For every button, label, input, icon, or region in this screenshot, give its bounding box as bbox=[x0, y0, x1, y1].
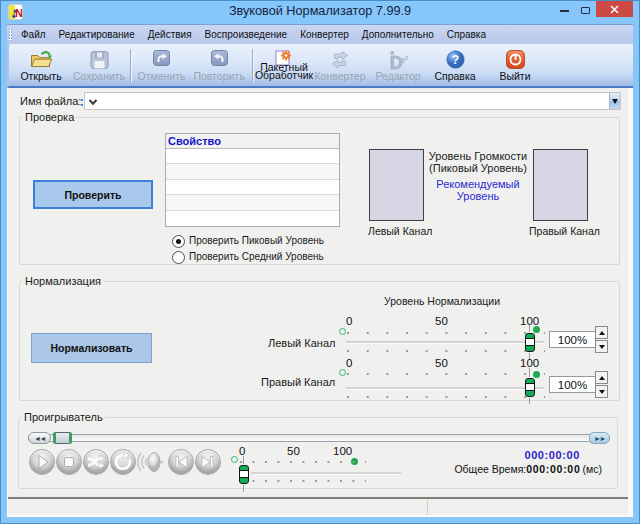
svg-text:2: 2 bbox=[405, 55, 409, 61]
svg-text:?: ? bbox=[451, 53, 458, 67]
